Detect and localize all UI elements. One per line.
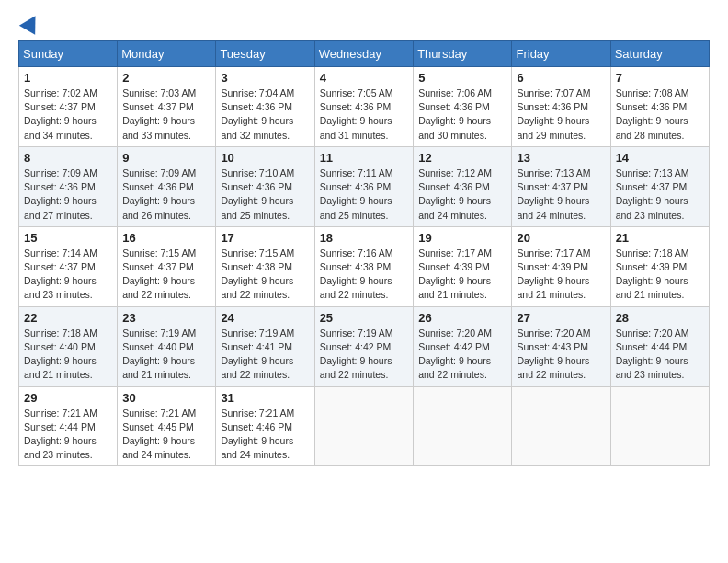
calendar-cell: [414, 386, 512, 466]
calendar-cell: 30Sunrise: 7:21 AMSunset: 4:45 PMDayligh…: [118, 386, 216, 466]
day-info: Sunrise: 7:10 AMSunset: 4:36 PMDaylight:…: [221, 167, 309, 223]
day-number: 5: [418, 71, 506, 85]
day-number: 8: [24, 151, 112, 165]
calendar-cell: 8Sunrise: 7:09 AMSunset: 4:36 PMDaylight…: [19, 146, 118, 226]
calendar-cell: 29Sunrise: 7:21 AMSunset: 4:44 PMDayligh…: [19, 386, 118, 466]
day-number: 26: [418, 311, 506, 325]
day-number: 11: [320, 151, 409, 165]
calendar-cell: 20Sunrise: 7:17 AMSunset: 4:39 PMDayligh…: [512, 226, 610, 306]
calendar-cell: 28Sunrise: 7:20 AMSunset: 4:44 PMDayligh…: [610, 306, 709, 386]
day-number: 24: [221, 311, 309, 325]
day-info: Sunrise: 7:09 AMSunset: 4:36 PMDaylight:…: [122, 167, 210, 223]
calendar-cell: 14Sunrise: 7:13 AMSunset: 4:37 PMDayligh…: [610, 146, 709, 226]
calendar-cell: [512, 386, 610, 466]
day-info: Sunrise: 7:03 AMSunset: 4:37 PMDaylight:…: [122, 86, 210, 143]
calendar-cell: 27Sunrise: 7:20 AMSunset: 4:43 PMDayligh…: [512, 306, 610, 386]
calendar-week-row: 29Sunrise: 7:21 AMSunset: 4:44 PMDayligh…: [19, 386, 710, 466]
day-info: Sunrise: 7:20 AMSunset: 4:44 PMDaylight:…: [616, 327, 704, 383]
calendar-cell: 18Sunrise: 7:16 AMSunset: 4:38 PMDayligh…: [314, 226, 414, 306]
day-info: Sunrise: 7:07 AMSunset: 4:36 PMDaylight:…: [517, 86, 605, 143]
calendar-cell: 23Sunrise: 7:19 AMSunset: 4:40 PMDayligh…: [118, 306, 216, 386]
day-info: Sunrise: 7:17 AMSunset: 4:39 PMDaylight:…: [517, 247, 605, 303]
day-info: Sunrise: 7:12 AMSunset: 4:36 PMDaylight:…: [418, 167, 506, 223]
calendar-cell: 3Sunrise: 7:04 AMSunset: 4:36 PMDaylight…: [216, 67, 314, 147]
day-number: 3: [221, 71, 309, 85]
column-header-sunday: Sunday: [19, 41, 118, 67]
day-number: 18: [320, 231, 409, 245]
day-number: 17: [221, 231, 309, 245]
column-header-monday: Monday: [118, 41, 216, 67]
day-info: Sunrise: 7:04 AMSunset: 4:36 PMDaylight:…: [221, 86, 309, 143]
day-info: Sunrise: 7:13 AMSunset: 4:37 PMDaylight:…: [517, 167, 605, 223]
calendar-cell: 5Sunrise: 7:06 AMSunset: 4:36 PMDaylight…: [414, 67, 512, 147]
day-info: Sunrise: 7:02 AMSunset: 4:37 PMDaylight:…: [24, 86, 112, 143]
day-info: Sunrise: 7:06 AMSunset: 4:36 PMDaylight:…: [418, 86, 506, 143]
day-number: 21: [616, 231, 704, 245]
day-number: 29: [24, 391, 112, 405]
calendar-table: SundayMondayTuesdayWednesdayThursdayFrid…: [18, 40, 710, 466]
calendar-cell: 1Sunrise: 7:02 AMSunset: 4:37 PMDaylight…: [19, 67, 118, 147]
day-info: Sunrise: 7:17 AMSunset: 4:39 PMDaylight:…: [418, 247, 506, 303]
day-info: Sunrise: 7:05 AMSunset: 4:36 PMDaylight:…: [320, 86, 409, 143]
day-info: Sunrise: 7:19 AMSunset: 4:41 PMDaylight:…: [221, 327, 309, 383]
column-header-saturday: Saturday: [610, 41, 709, 67]
day-number: 1: [24, 71, 112, 85]
day-info: Sunrise: 7:15 AMSunset: 4:38 PMDaylight:…: [221, 247, 309, 303]
day-number: 7: [616, 71, 704, 85]
page-header: [18, 15, 710, 31]
day-number: 15: [24, 231, 112, 245]
calendar-cell: 13Sunrise: 7:13 AMSunset: 4:37 PMDayligh…: [512, 146, 610, 226]
day-number: 28: [616, 311, 704, 325]
logo-triangle-icon: [19, 11, 43, 35]
calendar-cell: 25Sunrise: 7:19 AMSunset: 4:42 PMDayligh…: [314, 306, 414, 386]
day-info: Sunrise: 7:18 AMSunset: 4:40 PMDaylight:…: [24, 327, 112, 383]
day-number: 16: [122, 231, 210, 245]
day-info: Sunrise: 7:18 AMSunset: 4:39 PMDaylight:…: [616, 247, 704, 303]
calendar-cell: 9Sunrise: 7:09 AMSunset: 4:36 PMDaylight…: [118, 146, 216, 226]
calendar-cell: 4Sunrise: 7:05 AMSunset: 4:36 PMDaylight…: [314, 67, 414, 147]
calendar-cell: 2Sunrise: 7:03 AMSunset: 4:37 PMDaylight…: [118, 67, 216, 147]
column-header-friday: Friday: [512, 41, 610, 67]
day-number: 6: [517, 71, 605, 85]
day-info: Sunrise: 7:08 AMSunset: 4:36 PMDaylight:…: [616, 86, 704, 143]
day-info: Sunrise: 7:20 AMSunset: 4:43 PMDaylight:…: [517, 327, 605, 383]
calendar-cell: [314, 386, 414, 466]
day-info: Sunrise: 7:21 AMSunset: 4:46 PMDaylight:…: [221, 407, 309, 463]
calendar-cell: 15Sunrise: 7:14 AMSunset: 4:37 PMDayligh…: [19, 226, 118, 306]
day-info: Sunrise: 7:21 AMSunset: 4:45 PMDaylight:…: [122, 407, 210, 463]
calendar-week-row: 15Sunrise: 7:14 AMSunset: 4:37 PMDayligh…: [19, 226, 710, 306]
calendar-cell: 10Sunrise: 7:10 AMSunset: 4:36 PMDayligh…: [216, 146, 314, 226]
day-info: Sunrise: 7:14 AMSunset: 4:37 PMDaylight:…: [24, 247, 112, 303]
calendar-cell: 12Sunrise: 7:12 AMSunset: 4:36 PMDayligh…: [414, 146, 512, 226]
day-number: 9: [122, 151, 210, 165]
calendar-cell: 11Sunrise: 7:11 AMSunset: 4:36 PMDayligh…: [314, 146, 414, 226]
day-number: 31: [221, 391, 309, 405]
day-info: Sunrise: 7:19 AMSunset: 4:40 PMDaylight:…: [122, 327, 210, 383]
calendar-cell: 6Sunrise: 7:07 AMSunset: 4:36 PMDaylight…: [512, 67, 610, 147]
calendar-cell: 19Sunrise: 7:17 AMSunset: 4:39 PMDayligh…: [414, 226, 512, 306]
day-number: 12: [418, 151, 506, 165]
logo: [18, 15, 40, 31]
day-number: 25: [320, 311, 409, 325]
calendar-header-row: SundayMondayTuesdayWednesdayThursdayFrid…: [19, 41, 710, 67]
calendar-cell: [610, 386, 709, 466]
calendar-cell: 7Sunrise: 7:08 AMSunset: 4:36 PMDaylight…: [610, 67, 709, 147]
calendar-cell: 21Sunrise: 7:18 AMSunset: 4:39 PMDayligh…: [610, 226, 709, 306]
day-info: Sunrise: 7:21 AMSunset: 4:44 PMDaylight:…: [24, 407, 112, 463]
calendar-cell: 24Sunrise: 7:19 AMSunset: 4:41 PMDayligh…: [216, 306, 314, 386]
day-number: 22: [24, 311, 112, 325]
calendar-week-row: 8Sunrise: 7:09 AMSunset: 4:36 PMDaylight…: [19, 146, 710, 226]
day-info: Sunrise: 7:19 AMSunset: 4:42 PMDaylight:…: [320, 327, 409, 383]
day-number: 13: [517, 151, 605, 165]
day-info: Sunrise: 7:20 AMSunset: 4:42 PMDaylight:…: [418, 327, 506, 383]
column-header-tuesday: Tuesday: [216, 41, 314, 67]
day-info: Sunrise: 7:11 AMSunset: 4:36 PMDaylight:…: [320, 167, 409, 223]
day-info: Sunrise: 7:15 AMSunset: 4:37 PMDaylight:…: [122, 247, 210, 303]
day-number: 14: [616, 151, 704, 165]
day-number: 2: [122, 71, 210, 85]
day-number: 4: [320, 71, 409, 85]
calendar-cell: 31Sunrise: 7:21 AMSunset: 4:46 PMDayligh…: [216, 386, 314, 466]
calendar-cell: 26Sunrise: 7:20 AMSunset: 4:42 PMDayligh…: [414, 306, 512, 386]
day-info: Sunrise: 7:13 AMSunset: 4:37 PMDaylight:…: [616, 167, 704, 223]
day-number: 19: [418, 231, 506, 245]
